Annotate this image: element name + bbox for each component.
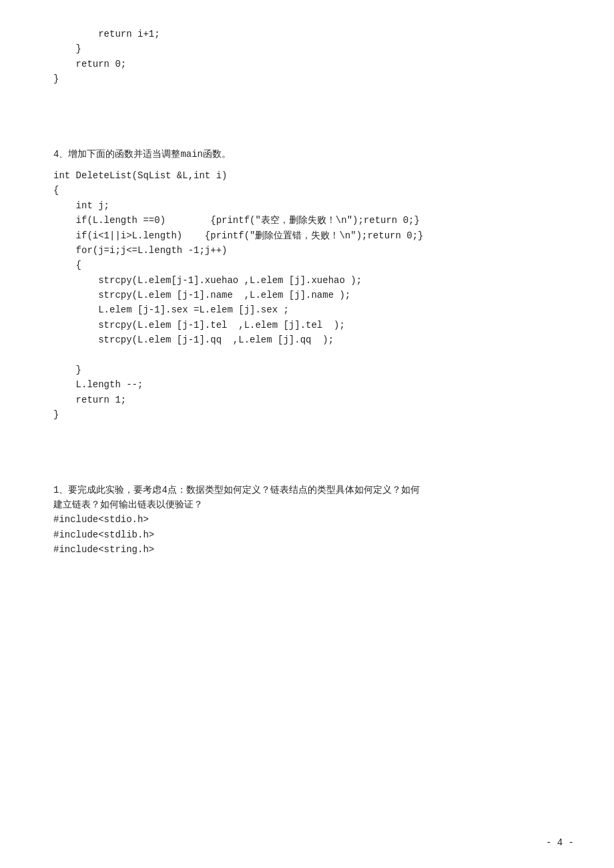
task-4-section: 4、增加下面的函数并适当调整main函数。	[53, 147, 561, 162]
task-2-header: 1、要完成此实验，要考虑4点：数据类型如何定义？链表结点的类型具体如何定义？如何…	[53, 483, 561, 513]
code-section-2: int DeleteList(SqList &L,int i) { int j;…	[53, 168, 561, 423]
spacer-after-includes	[53, 564, 561, 591]
code-block-1: return i+1; } return 0; }	[53, 27, 561, 87]
task-2-section: 1、要完成此实验，要考虑4点：数据类型如何定义？链表结点的类型具体如何定义？如何…	[53, 483, 561, 558]
spacer-after-section1b	[53, 120, 561, 147]
page-number: - 4 -	[546, 837, 574, 848]
spacer-after-includes-b	[53, 591, 561, 618]
page-container: return i+1; } return 0; } 4、增加下面的函数并适当调整…	[0, 0, 614, 868]
code-block-2: int DeleteList(SqList &L,int i) { int j;…	[53, 168, 561, 423]
spacer-after-section2	[53, 429, 561, 456]
spacer-after-section2b	[53, 456, 561, 483]
code-section-1: return i+1; } return 0; }	[53, 27, 561, 87]
task-2-desc: #include<stdio.h> #include<stdlib.h> #in…	[53, 512, 561, 557]
spacer-after-section1	[53, 93, 561, 120]
task-4-header: 4、增加下面的函数并适当调整main函数。	[53, 147, 561, 162]
